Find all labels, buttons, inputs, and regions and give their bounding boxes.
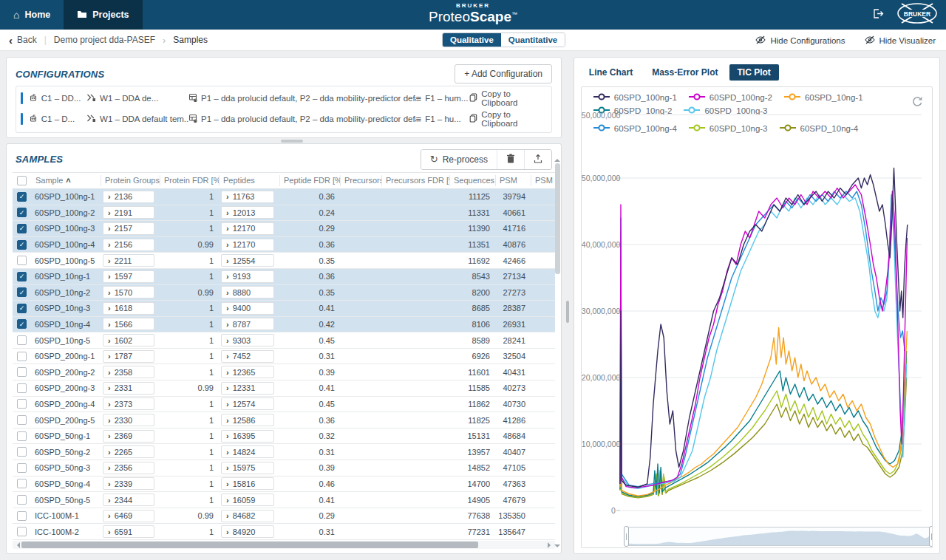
- table-row[interactable]: ✓60SPD_10ng-1›15971›91930.368543271340.2…: [13, 269, 555, 285]
- select-all-checkbox[interactable]: [17, 176, 27, 185]
- row-checkbox[interactable]: [17, 495, 27, 505]
- table-row[interactable]: 60SPD_50ng-1›23691›163950.3215131486840.…: [13, 428, 555, 445]
- row-checkbox[interactable]: [17, 463, 27, 473]
- splitter-grip[interactable]: [281, 140, 303, 143]
- table-row[interactable]: ICC-100M-1›64690.99›846820.2977638135350…: [13, 508, 555, 525]
- protein-groups-expander[interactable]: ›1602: [103, 334, 154, 346]
- column-header-sequences[interactable]: Sequences: [450, 175, 496, 186]
- scroll-up-arrow-icon[interactable]: [554, 156, 560, 162]
- column-header-psm-fdr-[interactable]: PSM FDR [%]: [531, 175, 555, 186]
- datazoom-slider[interactable]: [626, 527, 932, 546]
- qualitative-button[interactable]: Qualitative: [443, 33, 501, 47]
- slider-handle-right[interactable]: [929, 526, 933, 547]
- peptides-expander[interactable]: ›12170: [221, 222, 274, 235]
- protein-groups-expander[interactable]: ›2157: [103, 222, 154, 235]
- table-row[interactable]: ✓60SPD_100ng-1›21361›117630.361112539794…: [13, 189, 555, 205]
- protein-groups-expander[interactable]: ›1618: [103, 302, 154, 315]
- horizontal-scrollbar[interactable]: [13, 541, 555, 549]
- peptides-expander[interactable]: ›16395: [221, 430, 274, 443]
- row-checkbox[interactable]: [17, 511, 27, 521]
- peptides-expander[interactable]: ›7452: [221, 350, 274, 363]
- row-checkbox[interactable]: ✓: [17, 272, 27, 281]
- row-checkbox[interactable]: ✓: [17, 192, 27, 202]
- column-header-sample[interactable]: Sample˄: [32, 175, 101, 186]
- row-checkbox[interactable]: ✓: [17, 240, 27, 250]
- slider-handle-left[interactable]: [624, 526, 629, 547]
- peptides-expander[interactable]: ›84682: [221, 510, 274, 522]
- table-row[interactable]: ✓60SPD_100ng-2›21911›120130.241133140661…: [13, 205, 555, 222]
- row-checkbox[interactable]: [17, 352, 27, 361]
- column-header-psm[interactable]: PSM: [496, 175, 531, 186]
- row-checkbox[interactable]: [17, 399, 27, 409]
- protein-groups-expander[interactable]: ›2191: [103, 206, 154, 219]
- peptides-expander[interactable]: ›15975: [221, 462, 274, 474]
- table-row[interactable]: 60SPD_50ng-5›23441›160590.4114905476790.…: [13, 492, 555, 508]
- hide-configurations-button[interactable]: Hide Configurations: [755, 35, 845, 46]
- scroll-left-arrow-icon[interactable]: [14, 542, 20, 548]
- logout-icon[interactable]: [871, 7, 884, 23]
- back-link[interactable]: Back: [17, 35, 37, 45]
- add-configuration-button[interactable]: + Add Configuration: [455, 64, 552, 83]
- table-row[interactable]: 60SPD_200ng-4›23731›125740.4511862407300…: [13, 397, 555, 413]
- protein-groups-expander[interactable]: ›1597: [103, 270, 154, 283]
- peptides-expander[interactable]: ›12331: [221, 382, 274, 395]
- table-row[interactable]: 60SPD_50ng-2›22651›148240.3113957404070.…: [13, 444, 555, 460]
- configuration-row[interactable]: C1 – D...W1 – DDA default tem...P1 – dda…: [16, 109, 551, 129]
- row-checkbox[interactable]: ✓: [17, 319, 27, 329]
- table-row[interactable]: ✓60SPD_10ng-3›16181›94000.418685283870.3…: [13, 301, 555, 317]
- protein-groups-expander[interactable]: ›1787: [103, 350, 154, 363]
- protein-groups-expander[interactable]: ›2156: [103, 239, 154, 251]
- row-checkbox[interactable]: ✓: [17, 224, 27, 233]
- protein-groups-expander[interactable]: ›2330: [103, 414, 154, 426]
- row-checkbox[interactable]: [17, 415, 27, 425]
- quantitative-button[interactable]: Quantitative: [501, 33, 565, 47]
- protein-groups-expander[interactable]: ›2339: [103, 477, 154, 490]
- scroll-down-arrow-icon[interactable]: [554, 544, 560, 550]
- peptides-expander[interactable]: ›9303: [221, 334, 274, 346]
- breadcrumb-project[interactable]: Demo project dda-PASEF: [54, 35, 155, 45]
- peptides-expander[interactable]: ›11763: [221, 191, 274, 203]
- column-header-protein-fdr-[interactable]: Protein FDR [%]: [160, 175, 220, 186]
- nav-tab-home[interactable]: ⌂ Home: [0, 0, 64, 30]
- row-checkbox[interactable]: [17, 447, 27, 457]
- protein-groups-expander[interactable]: ›2265: [103, 445, 154, 458]
- tab-tic-plot[interactable]: TIC Plot: [729, 64, 779, 81]
- protein-groups-expander[interactable]: ›6591: [103, 525, 154, 538]
- table-row[interactable]: ✓60SPD_100ng-4›21560.99›121700.361135140…: [13, 237, 555, 253]
- row-checkbox[interactable]: [17, 479, 27, 488]
- peptides-expander[interactable]: ›12586: [221, 414, 274, 426]
- copy-to-clipboard-button[interactable]: Copy to Clipboard: [469, 110, 544, 128]
- peptides-expander[interactable]: ›8880: [221, 286, 274, 298]
- protein-groups-expander[interactable]: ›2369: [103, 430, 154, 443]
- copy-to-clipboard-button[interactable]: Copy to Clipboard: [469, 89, 544, 107]
- table-row[interactable]: 60SPD_200ng-5›23301›125860.3611825412860…: [13, 412, 555, 428]
- protein-groups-expander[interactable]: ›2358: [103, 366, 154, 378]
- peptides-expander[interactable]: ›12170: [221, 239, 274, 251]
- table-row[interactable]: 60SPD_100ng-5›22111›125540.3511692424660…: [13, 253, 555, 269]
- peptides-expander[interactable]: ›9193: [221, 270, 274, 283]
- table-row[interactable]: 60SPD_50ng-4›23391›158160.4614700473630.…: [13, 477, 555, 493]
- protein-groups-expander[interactable]: ›2211: [103, 254, 154, 267]
- peptides-expander[interactable]: ›12574: [221, 397, 274, 410]
- hide-visualizer-button[interactable]: Hide Visualizer: [865, 35, 936, 46]
- column-header-precursors[interactable]: Precursors: [341, 175, 382, 186]
- protein-groups-expander[interactable]: ›2331: [103, 382, 154, 395]
- splitter-grip[interactable]: [566, 301, 569, 323]
- protein-groups-expander[interactable]: ›6469: [103, 510, 154, 522]
- export-button[interactable]: [524, 150, 551, 169]
- row-checkbox[interactable]: ✓: [17, 304, 27, 313]
- row-checkbox[interactable]: ✓: [17, 287, 27, 297]
- row-checkbox[interactable]: [17, 335, 27, 345]
- column-header-protein-groups[interactable]: Protein Groups: [101, 175, 160, 186]
- configuration-row[interactable]: C1 – DD...W1 – DDA de...P1 – dda proluci…: [16, 88, 551, 109]
- vertical-scroll-thumb[interactable]: [555, 163, 560, 274]
- row-checkbox[interactable]: ✓: [17, 208, 27, 217]
- vertical-scrollbar[interactable]: [554, 162, 561, 544]
- table-row[interactable]: 60SPD_200ng-2›23581›123650.3911601404310…: [13, 364, 555, 380]
- peptides-expander[interactable]: ›12554: [221, 254, 274, 267]
- peptides-expander[interactable]: ›16059: [221, 494, 274, 506]
- row-checkbox[interactable]: [17, 383, 27, 393]
- column-header-peptide-fdr-[interactable]: Peptide FDR [%]: [280, 175, 341, 186]
- peptides-expander[interactable]: ›9400: [221, 302, 274, 315]
- reprocess-button[interactable]: ↻ Re-process: [421, 150, 497, 169]
